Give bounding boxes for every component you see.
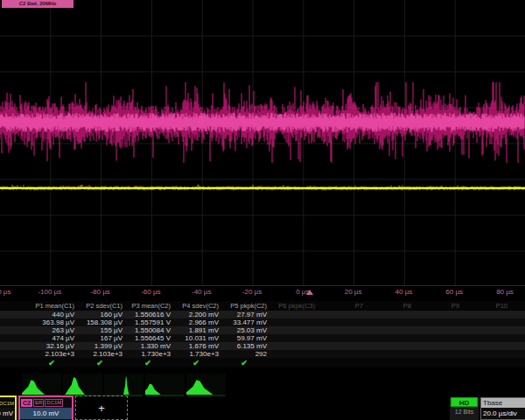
- measurement-cell: 33.477 mV: [221, 318, 270, 326]
- time-axis-label: -100 µs: [38, 288, 61, 296]
- time-axis-label: 80 µs: [496, 288, 514, 296]
- param-header[interactable]: P1 mean(C1): [29, 302, 77, 310]
- measurement-cell: 59.97 mV: [221, 334, 270, 342]
- param-header[interactable]: P2 sdev(C1): [77, 302, 125, 310]
- measurement-cell: 167 µV: [77, 334, 125, 342]
- measurement-cell: 160 µV: [77, 311, 125, 318]
- measurement-cell: 1.556645 V: [125, 334, 173, 342]
- measurement-cell: 1.550616 V: [125, 311, 173, 318]
- status-check-icon: ✔: [125, 359, 173, 368]
- time-axis-label: 20 µs: [345, 288, 362, 296]
- status-check-icon: ✔: [221, 359, 270, 368]
- measurement-cell: 1.330 mV: [125, 342, 173, 350]
- measurement-cell: 1.891 mV: [173, 326, 221, 334]
- status-check-icon: ✔: [173, 359, 221, 368]
- c2-coupling-badge: DC1M: [45, 399, 63, 407]
- measurement-cell: 1.676 mV: [173, 342, 221, 350]
- param-histicon[interactable]: [63, 374, 102, 397]
- param-header[interactable]: P7: [318, 302, 366, 310]
- param-histicon[interactable]: [145, 374, 185, 397]
- param-histicon[interactable]: [186, 374, 226, 397]
- param-header[interactable]: P10: [462, 302, 510, 310]
- param-header[interactable]: P4 sdev(C2): [173, 302, 221, 310]
- measurement-cell: 292: [221, 350, 270, 358]
- hd-bits-label: 12 Bits: [450, 407, 479, 417]
- status-check-icon: ✔: [29, 359, 77, 368]
- measurement-cell: 474 µV: [29, 334, 77, 342]
- measurement-table: P1 mean(C1)P2 sdev(C1)P3 mean(C2)P4 sdev…: [0, 301, 525, 368]
- measurement-cell: 263 µV: [29, 326, 77, 334]
- c2-channel-badge: C2: [21, 399, 32, 407]
- param-histicon[interactable]: [104, 374, 144, 397]
- measurement-cell: 1.550084 V: [125, 326, 173, 334]
- time-axis: -120 µs-100 µs-80 µs-60 µs-40 µs-20 µs0 …: [0, 0, 525, 301]
- measurement-cell: 1.730e+3: [173, 350, 221, 358]
- param-header[interactable]: P6 pkpk(C3): [270, 302, 318, 310]
- measurement-cell: 1.557591 V: [125, 318, 173, 326]
- measurement-cell: 363.98 µV: [29, 318, 77, 326]
- measurement-cell: 2.966 mV: [173, 318, 221, 326]
- param-header[interactable]: P3 mean(C2): [125, 302, 173, 310]
- time-axis-label: -40 µs: [192, 288, 211, 296]
- measurement-cell: 155 µV: [77, 326, 125, 334]
- c2-scale-value: 10.0 mV: [20, 408, 72, 419]
- time-axis-label: -60 µs: [141, 288, 160, 296]
- c1-scale-value: 10.0 mV: [0, 408, 15, 419]
- measurement-cell: 440 µV: [29, 311, 77, 318]
- param-header[interactable]: P8: [366, 302, 414, 310]
- c1-coupling-label: DC1M: [0, 401, 14, 406]
- time-axis-label: 40 µs: [396, 288, 413, 296]
- trace-descriptor-c2[interactable]: C2 ER DC1M 10.0 mV: [18, 396, 74, 420]
- measurement-cell: 25.03 mV: [221, 326, 270, 334]
- measurement-cell: 10.031 mV: [173, 334, 221, 342]
- measurement-cell: 2.200 mV: [173, 311, 221, 318]
- measurement-cell: 2.103e+3: [29, 350, 77, 358]
- param-header[interactable]: P9: [414, 302, 462, 310]
- c2-eres-badge: ER: [33, 399, 44, 407]
- timebase-title: Tbase: [481, 398, 525, 408]
- add-trace-button[interactable]: +: [75, 396, 128, 420]
- time-axis-label: -120 µs: [0, 288, 10, 296]
- timebase-descriptor[interactable]: Tbase 20.0 µs/div: [480, 397, 525, 420]
- measurement-cell: 2.103e+3: [77, 350, 125, 358]
- time-axis-label: 0 µs: [296, 288, 309, 296]
- param-header[interactable]: P5 pkpk(C2): [221, 302, 270, 310]
- measurement-cell: 1.399 µV: [77, 342, 125, 350]
- timebase-scale-value: 20.0 µs/div: [481, 408, 525, 419]
- hd-mode-indicator[interactable]: HD 12 Bits: [450, 397, 479, 420]
- oscilloscope-screen: C2 BwL 20MHz -120 µs-100 µs-80 µs-60 µs-…: [0, 0, 525, 420]
- param-histicon[interactable]: [22, 374, 61, 397]
- time-axis-label: -20 µs: [242, 288, 262, 296]
- time-axis-label: -80 µs: [90, 288, 109, 296]
- measurement-cell: 158.308 µV: [77, 318, 125, 326]
- time-axis-label: 60 µs: [445, 288, 463, 296]
- hd-badge[interactable]: HD: [451, 397, 478, 407]
- measurement-cell: 1.730e+3: [125, 350, 173, 358]
- measurement-cell: 32.16 µV: [29, 342, 77, 350]
- measurement-cell: 27.97 mV: [221, 311, 270, 318]
- status-check-icon: ✔: [77, 359, 125, 368]
- histicon-strip: [22, 374, 226, 397]
- measurement-cell: 6.135 mV: [221, 342, 270, 350]
- trace-descriptor-c1[interactable]: DC1M 10.0 mV: [0, 396, 17, 420]
